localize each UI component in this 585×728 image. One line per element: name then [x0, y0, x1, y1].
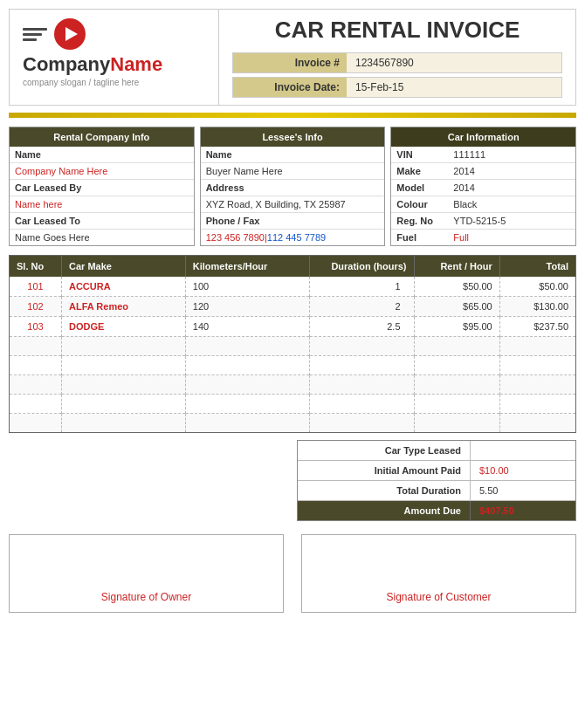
cell-duration — [309, 337, 414, 356]
cell-rent — [414, 356, 499, 375]
col-total: Total — [499, 256, 575, 278]
lessee-address-label: Address — [201, 180, 253, 196]
cell-carmake — [61, 337, 185, 356]
cell-duration: 2 — [309, 297, 414, 317]
table-row — [10, 337, 576, 356]
col-duration: Duration (hours) — [309, 256, 414, 278]
col-sl: Sl. No — [10, 256, 62, 278]
rental-name-value: Company Name Here — [10, 163, 194, 179]
cell-km — [185, 414, 309, 433]
lessee-address-value: XYZ Road, X Building, TX 25987 — [201, 196, 385, 212]
table-row — [10, 395, 576, 414]
car-fuel-value: Full — [448, 230, 575, 245]
rental-leased-by-value-row: Name here — [10, 196, 194, 213]
signature-customer-label: Signature of Customer — [386, 591, 491, 603]
cell-sl — [10, 356, 62, 375]
summary-amount-due-row: Amount Due $407.50 — [298, 501, 575, 520]
cell-carmake — [61, 414, 185, 433]
cell-sl: 103 — [10, 317, 62, 337]
summary-amount-due-label: Amount Due — [298, 501, 471, 520]
rental-name-label: Name — [10, 147, 62, 162]
cell-duration: 1 — [309, 277, 414, 297]
car-make-value: 2014 — [448, 163, 575, 179]
cell-total — [499, 375, 575, 395]
cell-duration: 2.5 — [309, 317, 414, 337]
lessee-name-label: Name — [201, 147, 253, 162]
invoice-date-row: Invoice Date: 15-Feb-15 — [232, 77, 562, 98]
lessee-name-value-row: Buyer Name Here — [201, 163, 385, 180]
summary-duration-row: Total Duration 5.50 — [298, 481, 575, 501]
company-name-part2: Name — [110, 53, 162, 75]
lessee-address-value-row: XYZ Road, X Building, TX 25987 — [201, 196, 385, 213]
car-make-label: Make — [391, 163, 448, 179]
car-regno-row: Reg. No YTD-5215-5 — [391, 213, 575, 230]
signature-section: Signature of Owner Signature of Customer — [9, 534, 576, 613]
invoice-fields: Invoice # 1234567890 Invoice Date: 15-Fe… — [232, 52, 562, 98]
cell-total — [499, 337, 575, 356]
cell-sl: 102 — [10, 297, 62, 317]
summary-car-type-label: Car Type Leased — [298, 441, 471, 460]
cell-duration — [309, 375, 414, 395]
cell-km — [185, 375, 309, 395]
logo-play-circle — [54, 18, 86, 50]
lessee-phone-value: 123 456 7890 | 112 445 7789 — [201, 230, 385, 245]
cell-sl — [10, 337, 62, 356]
company-name: CompanyName — [23, 53, 205, 76]
summary-initial-label: Initial Amount Paid — [298, 461, 471, 480]
table-row — [10, 414, 576, 433]
cell-carmake: DODGE — [61, 317, 185, 337]
company-tagline: company slogan / tagline here — [23, 78, 205, 87]
cell-sl: 101 — [10, 277, 62, 297]
summary-initial-row: Initial Amount Paid $10.00 — [298, 461, 575, 481]
summary-section: Car Type Leased Initial Amount Paid $10.… — [9, 440, 576, 521]
cell-km — [185, 356, 309, 375]
invoice-number-value: 1234567890 — [347, 53, 423, 72]
car-regno-label: Reg. No — [391, 213, 448, 229]
lessee-address-row: Address — [201, 180, 385, 196]
car-model-value: 2014 — [448, 180, 575, 196]
cell-rent: $65.00 — [414, 297, 499, 317]
col-carmake: Car Make — [61, 256, 185, 278]
cell-sl — [10, 395, 62, 414]
table-row: 103 DODGE 140 2.5 $95.00 $237.50 — [10, 317, 576, 337]
cell-total: $237.50 — [499, 317, 575, 337]
invoice-number-row: Invoice # 1234567890 — [232, 52, 562, 73]
cell-km — [185, 337, 309, 356]
invoice-date-value: 15-Feb-15 — [347, 78, 412, 97]
signature-owner-label: Signature of Owner — [101, 591, 191, 603]
cell-duration — [309, 395, 414, 414]
rental-leased-to-value-row: Name Goes Here — [10, 230, 194, 245]
lessee-phone-2: 112 445 7789 — [267, 232, 326, 243]
cell-km: 100 — [185, 277, 309, 297]
car-model-label: Model — [391, 180, 448, 196]
rental-leased-by-label: Car Leased By — [10, 180, 86, 196]
summary-car-type-row: Car Type Leased — [298, 441, 575, 461]
summary-initial-value: $10.00 — [471, 461, 575, 480]
cell-duration — [309, 414, 414, 433]
rental-name-value-row: Company Name Here — [10, 163, 194, 180]
lessee-info-table: Lessee's Info Name Buyer Name Here Addre… — [200, 127, 386, 246]
cell-duration — [309, 356, 414, 375]
cell-rent — [414, 395, 499, 414]
cell-total — [499, 395, 575, 414]
rental-name-row: Name — [10, 147, 194, 163]
car-colour-label: Colour — [391, 196, 448, 212]
summary-table: Car Type Leased Initial Amount Paid $10.… — [297, 440, 576, 521]
car-vin-row: VIN 111111 — [391, 147, 575, 163]
car-make-row: Make 2014 — [391, 163, 575, 180]
cell-carmake — [61, 356, 185, 375]
lessee-header: Lessee's Info — [201, 127, 385, 147]
lessee-name-value: Buyer Name Here — [201, 163, 385, 179]
cell-total — [499, 356, 575, 375]
col-km: Kilometers/Hour — [185, 256, 309, 278]
invoice-main-title: CAR RENTAL INVOICE — [232, 17, 562, 44]
lessee-phone-1: 123 456 7890 — [206, 232, 265, 243]
lessee-phone-value-row: 123 456 7890 | 112 445 7789 — [201, 230, 385, 245]
cell-km: 120 — [185, 297, 309, 317]
summary-car-type-value — [471, 441, 575, 460]
summary-amount-due-value: $407.50 — [471, 501, 575, 520]
cell-sl — [10, 375, 62, 395]
logo-lines — [23, 28, 47, 41]
car-regno-value: YTD-5215-5 — [448, 213, 575, 229]
rental-company-info-table: Rental Company Info Name Company Name He… — [9, 127, 195, 246]
